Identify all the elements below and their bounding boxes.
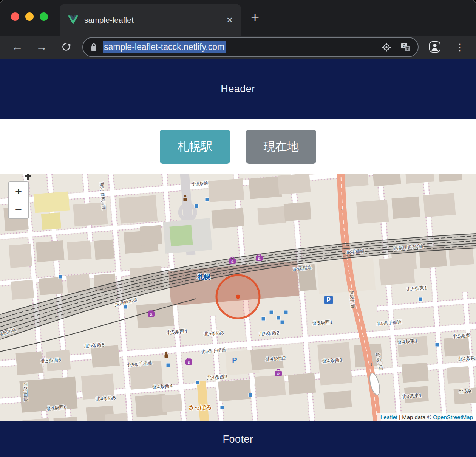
zoom-control: + − — [8, 181, 29, 219]
leaflet-map[interactable]: ↓ ↓ — [0, 174, 476, 421]
svg-text:&: & — [231, 259, 234, 263]
svg-text:↓: ↓ — [340, 204, 343, 211]
profile-avatar-button[interactable] — [426, 38, 444, 56]
svg-text:P: P — [326, 297, 331, 303]
map-attribution: Leaflet | Map data © OpenStreetMap — [377, 413, 476, 421]
button-row: 札幌駅 現在地 — [0, 119, 476, 174]
map-label: 西7丁目通 — [23, 383, 28, 402]
map-label: 北3条 — [459, 388, 472, 394]
zoom-in-button[interactable]: + — [9, 182, 28, 200]
page-footer: Footer — [0, 421, 476, 457]
browser-toolbar: ← → sample-leaflet-tacck.netlify.com — [0, 36, 476, 59]
lock-icon[interactable] — [90, 43, 97, 51]
location-marker-circle[interactable] — [216, 275, 260, 318]
zoom-out-button[interactable]: − — [9, 200, 28, 218]
attribution-text: | Map data © — [397, 414, 433, 420]
station-label: 札幌 — [197, 273, 211, 280]
svg-text:&: & — [258, 256, 261, 260]
back-button[interactable]: ← — [9, 38, 26, 56]
parking-label: P — [232, 356, 237, 364]
current-location-button[interactable]: 現在地 — [246, 130, 316, 164]
subway-station-label: さっぽろ — [189, 404, 212, 411]
map-tiles: ↓ ↓ — [0, 174, 476, 421]
header-title: Header — [221, 83, 255, 95]
close-window-button[interactable] — [11, 12, 19, 21]
reload-icon — [61, 42, 71, 52]
map-label: 北8条通 — [192, 181, 209, 187]
geolocation-icon[interactable] — [382, 42, 391, 52]
url-text[interactable]: sample-leaflet-tacck.netlify.com — [103, 41, 226, 53]
svg-text:&: & — [150, 312, 153, 316]
tab-strip: sample-leaflet × + — [0, 0, 476, 36]
sapporo-station-button[interactable]: 札幌駅 — [160, 130, 230, 164]
parking-icon: P — [324, 296, 333, 304]
page-header: Header — [0, 59, 476, 119]
close-tab-icon[interactable]: × — [227, 15, 233, 25]
browser-menu-button[interactable]: ⋮ — [456, 39, 464, 56]
openstreetmap-link[interactable]: OpenStreetMap — [433, 414, 473, 420]
leaflet-link[interactable]: Leaflet — [380, 414, 397, 420]
svg-text:&: & — [277, 372, 280, 376]
address-bar[interactable]: sample-leaflet-tacck.netlify.com G — [82, 37, 419, 57]
zoom-window-button[interactable] — [40, 12, 48, 21]
vue-favicon-icon — [68, 15, 78, 25]
forward-button[interactable]: → — [33, 38, 50, 56]
reload-button[interactable] — [57, 38, 75, 56]
translate-icon[interactable]: G — [400, 42, 411, 53]
profile-icon — [429, 41, 440, 53]
tab-title: sample-leaflet — [84, 15, 134, 25]
new-tab-button[interactable]: + — [251, 9, 259, 25]
svg-text:↓: ↓ — [370, 361, 373, 367]
svg-text:&: & — [188, 360, 190, 364]
browser-tab[interactable]: sample-leaflet × — [60, 4, 241, 36]
footer-title: Footer — [223, 434, 253, 445]
minimize-window-button[interactable] — [25, 12, 34, 21]
browser-window: sample-leaflet × + ← → sample-leaflet-ta… — [0, 0, 476, 457]
